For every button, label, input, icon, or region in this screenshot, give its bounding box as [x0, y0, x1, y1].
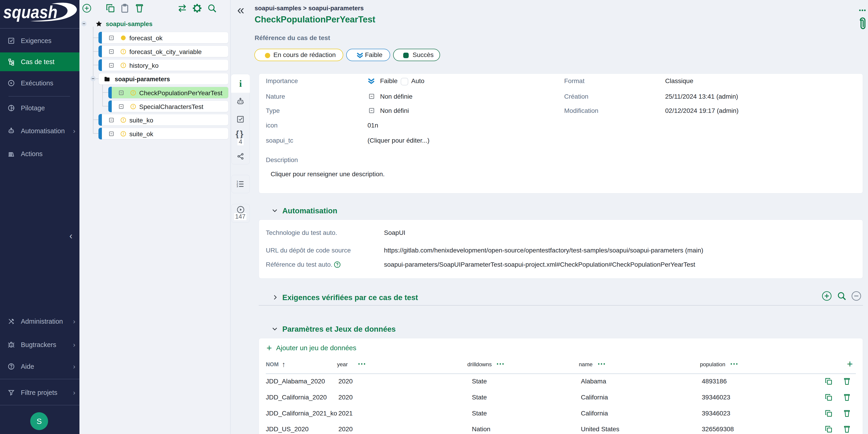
svg-text:3: 3 [237, 185, 238, 188]
svg-text:squash: squash [3, 2, 58, 22]
